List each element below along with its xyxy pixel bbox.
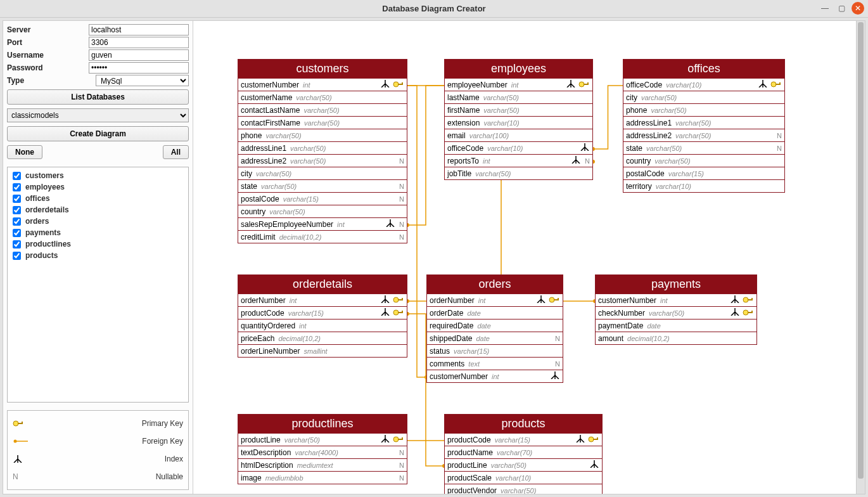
svg-rect-2: [22, 422, 23, 424]
column-markers: [730, 308, 754, 318]
column-type: date: [477, 322, 490, 330]
table-checkbox-row: productlines: [10, 238, 186, 250]
vertical-scrollbar[interactable]: [856, 21, 865, 494]
column-row: firstNamevarchar(50): [445, 103, 592, 116]
column-row: employeeNumberint: [445, 78, 592, 91]
column-name: territory: [626, 182, 652, 191]
svg-point-40: [589, 437, 594, 442]
table-checkbox[interactable]: [13, 206, 21, 214]
column-name: contactLastName: [241, 106, 300, 115]
column-name: status: [430, 347, 450, 356]
column-name: country: [626, 157, 651, 165]
column-row: addressLine2varchar(50)N: [238, 154, 407, 167]
column-type: varchar(15): [283, 195, 319, 203]
type-select[interactable]: MySql: [96, 75, 189, 86]
create-diagram-button[interactable]: Create Diagram: [7, 126, 189, 141]
column-type: varchar(50): [290, 157, 326, 165]
column-name: city: [241, 169, 252, 178]
table-name-label: offices: [25, 194, 50, 203]
column-name: orderLineNumber: [241, 347, 300, 356]
column-row: countryvarchar(50): [238, 205, 407, 217]
column-type: int: [492, 373, 499, 380]
table-checkbox[interactable]: [13, 229, 21, 237]
column-type: varchar(10): [487, 145, 523, 152]
entity-title: employees: [445, 60, 592, 78]
column-type: varchar(10): [666, 81, 701, 89]
column-name: postalCode: [241, 195, 279, 203]
column-name: jobTitle: [447, 169, 471, 178]
table-checkbox-row: payments: [10, 227, 186, 238]
column-markers: N: [571, 156, 590, 165]
column-type: varchar(50): [501, 487, 536, 494]
minimize-button[interactable]: —: [819, 2, 831, 15]
list-databases-button[interactable]: List Databases: [7, 89, 189, 105]
password-input[interactable]: [89, 62, 189, 74]
column-type: varchar(10): [495, 474, 531, 482]
entity-title: payments: [596, 275, 756, 294]
app-window: Database Diagram Creator — ▢ ✕ Server Po…: [0, 0, 868, 497]
column-row: customerNumberint: [596, 294, 756, 306]
pk-icon: [588, 436, 599, 444]
entity-productlines[interactable]: productlinesproductLinevarchar(50)textDe…: [238, 414, 407, 484]
column-name: phone: [241, 131, 262, 140]
entity-title: products: [445, 415, 602, 433]
legend-row-null: N Nullable: [13, 468, 183, 486]
column-name: quantityOrdered: [241, 321, 295, 330]
table-checkbox[interactable]: [13, 217, 21, 226]
column-name: phone: [626, 106, 647, 115]
diagram-canvas[interactable]: customerscustomerNumberintcustomerNameva…: [193, 21, 865, 494]
column-type: int: [511, 81, 519, 89]
entity-employees[interactable]: employeesemployeeNumberintlastNamevarcha…: [444, 59, 593, 180]
svg-point-19: [771, 82, 776, 87]
svg-point-34: [743, 310, 748, 315]
column-type: varchar(50): [256, 170, 291, 178]
all-button[interactable]: All: [163, 145, 189, 159]
pk-icon: [13, 420, 32, 427]
database-select[interactable]: classicmodels: [7, 108, 189, 122]
column-row: officeCodevarchar(10): [623, 78, 784, 91]
table-checkbox[interactable]: [13, 172, 21, 180]
entity-customers[interactable]: customerscustomerNumberintcustomerNameva…: [238, 59, 407, 243]
column-type: int: [337, 221, 345, 228]
port-input[interactable]: [89, 37, 189, 48]
entity-products[interactable]: productsproductCodevarchar(15)productNam…: [444, 414, 603, 494]
column-markers: [758, 80, 782, 89]
svg-point-31: [743, 297, 748, 302]
column-markers: [730, 295, 754, 305]
column-row: customerNumberint: [427, 370, 563, 382]
column-row: productCodevarchar(15): [445, 433, 602, 446]
entity-offices[interactable]: officesofficeCodevarchar(10)cityvarchar(…: [623, 59, 785, 193]
table-checkbox-row: offices: [10, 193, 186, 204]
table-checkbox[interactable]: [13, 252, 21, 260]
index-icon: [730, 295, 740, 305]
maximize-button[interactable]: ▢: [835, 2, 848, 15]
column-type: varchar(50): [641, 94, 677, 101]
none-button[interactable]: None: [7, 145, 42, 159]
index-icon: [589, 460, 599, 470]
column-row: cityvarchar(50): [238, 167, 407, 179]
svg-point-16: [579, 82, 584, 87]
column-type: int: [483, 157, 490, 165]
entity-orders[interactable]: ordersorderNumberintorderDatedaterequire…: [426, 274, 563, 383]
column-row: priceEachdecimal(10,2): [238, 332, 407, 344]
column-name: postalCode: [626, 169, 665, 178]
column-row: imagemediumblobN: [238, 471, 407, 484]
column-type: varchar(15): [495, 436, 530, 444]
entity-payments[interactable]: paymentscustomerNumberintcheckNumbervarc…: [595, 274, 757, 345]
server-input[interactable]: [89, 24, 189, 36]
username-input[interactable]: [89, 49, 189, 61]
pk-icon: [549, 296, 560, 305]
column-type: varchar(70): [497, 449, 532, 456]
table-checkbox[interactable]: [13, 183, 21, 191]
column-markers: [536, 295, 560, 305]
index-icon: [550, 371, 560, 381]
table-checkbox[interactable]: [13, 195, 21, 203]
column-markers: N: [398, 157, 404, 165]
column-markers: N: [775, 132, 782, 139]
table-checkbox[interactable]: [13, 240, 21, 248]
close-button[interactable]: ✕: [852, 2, 864, 15]
table-name-label: orderdetails: [25, 205, 69, 214]
titlebar: Database Diagram Creator — ▢ ✕: [0, 0, 868, 18]
entity-orderdetails[interactable]: orderdetailsorderNumberintproductCodevar…: [238, 274, 407, 358]
column-row: addressLine1varchar(50): [623, 116, 784, 129]
